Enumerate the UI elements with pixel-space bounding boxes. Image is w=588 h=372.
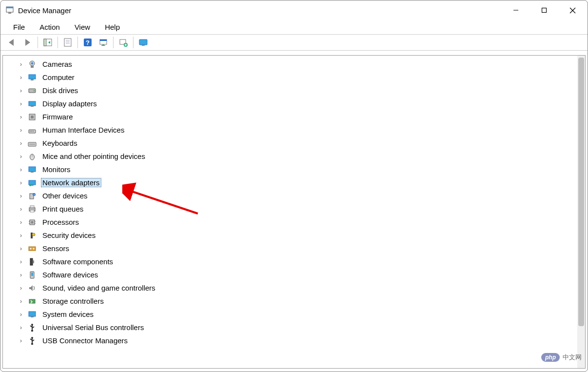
menu-file[interactable]: File <box>6 22 32 32</box>
app-icon <box>5 6 14 15</box>
show-hide-tree-button[interactable] <box>41 36 55 49</box>
svg-rect-26 <box>29 75 36 79</box>
tree-item-label: System devices <box>41 310 95 319</box>
watermark-text: 中文网 <box>563 353 582 362</box>
svg-rect-8 <box>44 39 46 46</box>
chevron-right-icon[interactable]: › <box>18 272 26 278</box>
vertical-scrollbar[interactable] <box>577 56 585 368</box>
tree-item[interactable]: ›USB Connector Managers <box>18 334 577 347</box>
toolbar-separator <box>57 37 58 48</box>
tree-item[interactable]: ›Human Interface Devices <box>18 123 577 137</box>
tree-item[interactable]: ›Computer <box>18 71 577 84</box>
forward-button[interactable] <box>21 36 35 49</box>
tree-item[interactable]: ›Sound, video and game controllers <box>18 281 577 294</box>
chevron-right-icon[interactable]: › <box>18 285 26 292</box>
menu-help[interactable]: Help <box>98 22 127 32</box>
tree-item[interactable]: ›Security devices <box>18 229 577 242</box>
mouse-icon <box>27 152 37 161</box>
chevron-right-icon[interactable]: › <box>18 219 26 226</box>
chevron-right-icon[interactable]: › <box>18 87 26 94</box>
svg-rect-77 <box>31 343 33 345</box>
device-tree[interactable]: ›Cameras›Computer›Disk drives›Display ad… <box>3 56 577 368</box>
toolbar-separator <box>38 37 38 48</box>
tree-item-label: Print queues <box>41 204 85 214</box>
tree-item[interactable]: ›Firmware <box>18 110 577 123</box>
sensor-icon <box>27 244 37 254</box>
chevron-right-icon[interactable]: › <box>18 258 26 265</box>
tree-item[interactable]: ›Universal Serial Bus controllers <box>18 321 577 334</box>
svg-rect-21 <box>139 39 147 45</box>
tree-item[interactable]: ›Processors <box>18 215 577 229</box>
svg-rect-9 <box>64 39 71 46</box>
tree-item[interactable]: ›?Other devices <box>18 189 577 202</box>
add-legacy-button[interactable] <box>116 36 130 49</box>
tree-item-label: Monitors <box>41 165 72 174</box>
tree-item[interactable]: ›Network adapters <box>18 176 577 189</box>
toolbar: ? <box>0 34 588 51</box>
back-button[interactable] <box>5 36 19 49</box>
tree-item[interactable]: ›Mice and other pointing devices <box>18 150 577 163</box>
tree-item[interactable]: ›Cameras <box>18 58 577 71</box>
svg-point-29 <box>34 90 35 91</box>
chevron-right-icon[interactable]: › <box>18 232 26 239</box>
tree-item[interactable]: ›Monitors <box>18 163 577 176</box>
svg-point-24 <box>31 62 34 64</box>
minimize-button[interactable] <box>502 0 530 20</box>
chevron-right-icon[interactable]: › <box>18 324 26 331</box>
chevron-right-icon[interactable]: › <box>18 166 26 173</box>
close-button[interactable] <box>558 0 587 20</box>
tree-item[interactable]: ›Disk drives <box>18 84 577 97</box>
hid-icon <box>27 125 37 135</box>
chevron-right-icon[interactable]: › <box>18 245 26 252</box>
tree-item[interactable]: ›Software devices <box>18 268 577 281</box>
svg-rect-35 <box>30 131 31 132</box>
tree-item[interactable]: ›Display adapters <box>18 97 577 110</box>
chevron-right-icon[interactable]: › <box>18 61 26 68</box>
tree-item[interactable]: ›Keyboards <box>18 137 577 150</box>
svg-rect-44 <box>31 172 34 173</box>
printer-icon <box>27 204 37 214</box>
php-badge: php <box>541 353 560 362</box>
svg-rect-38 <box>28 142 36 146</box>
menu-action[interactable]: Action <box>33 22 67 32</box>
scan-hardware-button[interactable] <box>96 36 110 49</box>
tree-item-label: Computer <box>41 73 76 82</box>
help-button[interactable]: ? <box>81 36 95 49</box>
chevron-right-icon[interactable]: › <box>18 179 26 186</box>
chevron-right-icon[interactable]: › <box>18 337 26 344</box>
tree-item-label: Storage controllers <box>41 296 105 306</box>
svg-rect-68 <box>31 273 33 276</box>
maximize-button[interactable] <box>530 0 558 20</box>
chevron-right-icon[interactable]: › <box>18 298 26 305</box>
display-adapter-icon <box>27 99 37 109</box>
chevron-right-icon[interactable]: › <box>18 127 26 134</box>
tree-item[interactable]: ›System devices <box>18 308 577 321</box>
tree-item[interactable]: ›Storage controllers <box>18 294 577 308</box>
svg-rect-33 <box>31 116 34 118</box>
chevron-right-icon[interactable]: › <box>18 140 26 147</box>
chevron-right-icon[interactable]: › <box>18 311 26 318</box>
tree-item[interactable]: ›Print queues <box>18 202 577 215</box>
toolbar-separator <box>113 37 114 48</box>
menu-view[interactable]: View <box>68 22 97 32</box>
chevron-right-icon[interactable]: › <box>18 193 26 199</box>
system-device-icon <box>27 310 37 319</box>
tree-item-label: Display adapters <box>41 99 98 108</box>
tree-item[interactable]: ›Software components <box>18 255 577 268</box>
devices-by-type-button[interactable] <box>136 36 150 49</box>
tree-item-label: Disk drives <box>41 86 79 95</box>
properties-button[interactable] <box>61 36 75 49</box>
svg-rect-25 <box>31 66 34 68</box>
chevron-right-icon[interactable]: › <box>18 100 26 107</box>
chevron-right-icon[interactable]: › <box>18 74 26 81</box>
software-device-icon <box>27 270 37 280</box>
scrollbar-thumb[interactable] <box>578 58 584 326</box>
tree-item[interactable]: ›Sensors <box>18 242 577 255</box>
chevron-right-icon[interactable]: › <box>18 114 26 120</box>
svg-rect-45 <box>29 180 36 185</box>
network-adapter-icon <box>27 178 37 188</box>
chevron-right-icon[interactable]: › <box>18 153 26 160</box>
svg-rect-31 <box>31 106 34 107</box>
tree-pane: ›Cameras›Computer›Disk drives›Display ad… <box>2 55 586 369</box>
chevron-right-icon[interactable]: › <box>18 206 26 213</box>
